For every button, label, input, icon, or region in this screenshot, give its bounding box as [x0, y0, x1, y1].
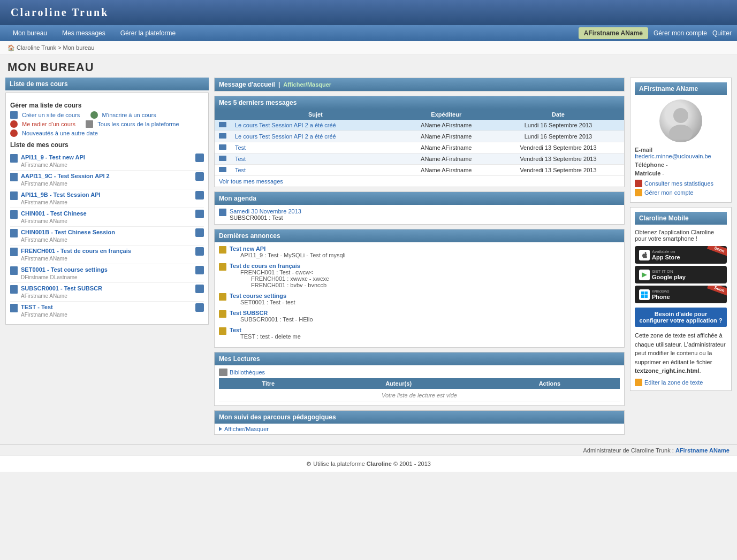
course-title-1[interactable]: AAPI11_9C - Test Session API 2 — [21, 173, 110, 179]
all-courses-link[interactable]: Tous les cours de la plateforme — [97, 121, 179, 127]
see-all-messages-link[interactable]: Voir tous mes messages — [219, 178, 283, 185]
course-owner-6: DFirstname DLastname — [21, 274, 78, 280]
course-title-8[interactable]: TEST - Test — [21, 304, 53, 310]
breadcrumb-claroline-trunk[interactable]: Claroline Trunk — [17, 44, 56, 51]
envelope-icon-1 — [219, 133, 226, 139]
course-item: TEST - Test AFirstname AName — [10, 302, 204, 320]
svg-point-0 — [673, 108, 688, 123]
nav-manage-account[interactable]: Gérer mon compte — [654, 29, 707, 37]
annonce-title-link-0[interactable]: Test new API — [230, 246, 265, 252]
nav-mon-bureau[interactable]: Mon bureau — [5, 25, 55, 41]
phone-row: Téléphone - — [635, 162, 727, 168]
stats-link[interactable]: Consulter mes statistiques — [635, 180, 727, 187]
edit-zone-link[interactable]: Editer la zone de texte — [635, 379, 727, 386]
create-course-row: Créer un site de cours M'inscrire à un c… — [10, 111, 204, 119]
msg-sender-2: AName AFirstname — [400, 142, 492, 154]
msg-sender-4: AName AFirstname — [400, 165, 492, 176]
msg-col-subject: Sujet — [231, 109, 400, 120]
course-action-btn-5[interactable] — [195, 247, 204, 256]
course-info-1: AAPI11_9C - Test Session API 2 AFirstnam… — [10, 172, 110, 187]
footer-powered: Utilise la plateforme — [313, 461, 367, 467]
create-course-link[interactable]: Créer un site de cours — [22, 112, 80, 118]
svg-rect-4 — [641, 291, 644, 295]
code-label: textzone_right.inc.html — [635, 367, 699, 374]
mobile-card-header: Claroline Mobile — [635, 212, 727, 225]
annonce-item: Test SUBSCR SUBSCR0001 : Test - HEllo — [219, 310, 620, 323]
course-owner-2: AFirstname AName — [21, 200, 67, 205]
app-title: Claroline Trunk — [11, 6, 726, 19]
course-title-2[interactable]: API11_9B - Test Session API — [21, 191, 101, 198]
lectures-table: Titre Auteur(s) Actions Votre liste de l… — [219, 378, 620, 402]
msg-subject-link-4[interactable]: Test — [235, 167, 246, 173]
course-title-4[interactable]: CHIN001B - Test Chinese Session — [21, 229, 115, 235]
nav-gerer-plateforme[interactable]: Gérer la plateforme — [113, 25, 183, 41]
windows-phone-badge[interactable]: Windows Phone Soon — [635, 286, 727, 303]
mobile-text: Obtenez l'application Claroline pour vot… — [635, 229, 727, 242]
messages-header: Mes 5 derniers messages — [215, 96, 624, 109]
course-action-btn-4[interactable] — [195, 228, 204, 237]
footer-admin-label: Administrateur de Claroline Trunk : — [583, 447, 675, 454]
course-action-btn-0[interactable] — [195, 154, 204, 162]
annonce-title-link-3[interactable]: Test SUBSCR — [230, 310, 268, 316]
course-action-btn-2[interactable] — [195, 191, 204, 200]
course-actions-6 — [195, 266, 204, 274]
msg-subject-link-1[interactable]: Le cours Test Session API 2 a été créé — [235, 133, 336, 140]
svg-rect-7 — [645, 295, 648, 298]
page-icon — [86, 120, 93, 128]
messages-label: Mes 5 derniers messages — [219, 99, 297, 106]
course-action-btn-3[interactable] — [195, 210, 204, 218]
bibliotheques-link[interactable]: Bibliothèques — [219, 369, 620, 376]
course-item: CHIN001B - Test Chinese Session AFirstna… — [10, 227, 204, 246]
breadcrumb-separator: > — [58, 44, 63, 51]
annonce-detail-1-1: FRENCH001 : xwwxc - xwcxc — [251, 275, 329, 282]
course-action-btn-7[interactable] — [195, 285, 204, 293]
course-action-btn-6[interactable] — [195, 266, 204, 274]
msg-subject-link-3[interactable]: Test — [235, 156, 246, 162]
annonce-item: Test course settings SET0001 : Test - te… — [219, 293, 620, 305]
msg-subject-link-0[interactable]: Le cours Test Session API 2 a été créé — [235, 122, 336, 128]
course-info-3: CHIN001 - Test Chinese AFirstname AName — [10, 210, 87, 225]
course-title-7[interactable]: SUBSCR0001 - Test SUBSCR — [21, 285, 102, 291]
annonce-title-link-4[interactable]: Test — [230, 327, 241, 333]
center-panel: Message d'accueil | Afficher/Masquer Mes… — [214, 78, 625, 439]
help-config-button[interactable]: Besoin d'aide pour configurer votre appl… — [635, 308, 727, 327]
right-panel: AFirstname AName E-mail frederic.minne@u… — [625, 78, 732, 439]
google-play-badge[interactable]: GET IT ON Google play — [635, 266, 727, 283]
agenda-icon-0 — [219, 209, 226, 216]
welcome-box: Message d'accueil | Afficher/Masquer — [214, 78, 625, 91]
course-title-0[interactable]: API11_9 - Test new API — [21, 154, 85, 160]
msg-envelope-1 — [215, 131, 231, 142]
course-title-5[interactable]: FRENCH001 - Test de cours en français — [21, 248, 131, 254]
toggle-link[interactable]: Afficher/Masquer — [283, 81, 331, 88]
inscribe-link[interactable]: M'inscrire à un cours — [102, 112, 156, 118]
left-section-header: Liste de mes cours — [5, 78, 209, 90]
radier-link[interactable]: Me radier d'un cours — [22, 121, 75, 127]
annonce-title-link-2[interactable]: Test course settings — [230, 293, 286, 299]
msg-subject-4: Test — [231, 165, 400, 176]
course-action-btn-8[interactable] — [195, 303, 204, 312]
course-title-6[interactable]: SET0001 - Test course settings — [21, 266, 108, 273]
suivi-toggle-link[interactable]: Afficher/Masquer — [219, 426, 620, 432]
course-item: AAPI11_9C - Test Session API 2 AFirstnam… — [10, 171, 204, 189]
email-value[interactable]: frederic.minne@uclouvain.be — [635, 153, 711, 159]
course-info-4: CHIN001B - Test Chinese Session AFirstna… — [10, 228, 115, 243]
nav-quit[interactable]: Quitter — [712, 29, 732, 37]
account-link[interactable]: Gérer mon compte — [635, 189, 727, 196]
nav-mes-messages[interactable]: Mes messages — [55, 25, 113, 41]
edit-icon — [635, 189, 642, 196]
footer-admin-name[interactable]: AFirstname AName — [675, 447, 730, 454]
app-store-badge[interactable]: Available on App Store Soon — [635, 246, 727, 264]
messages-table: Sujet Expéditeur Date Le cours Test Sess… — [215, 109, 624, 176]
msg-subject-link-2[interactable]: Test — [235, 144, 246, 151]
course-actions-2 — [195, 191, 204, 200]
msg-sender-0: AName AFirstname — [400, 120, 492, 131]
course-title-3[interactable]: CHIN001 - Test Chinese — [21, 210, 87, 217]
course-icon-4 — [10, 229, 18, 237]
course-action-btn-1[interactable] — [195, 172, 204, 181]
annonce-title-link-1[interactable]: Test de cours en français — [230, 263, 300, 269]
agenda-date-link-0[interactable]: Samedi 30 Novembre 2013 — [230, 208, 301, 214]
lectures-label: Mes Lectures — [219, 355, 260, 363]
user-card-header: AFirstname AName — [635, 82, 727, 95]
course-item: FRENCH001 - Test de cours en français AF… — [10, 246, 204, 264]
news-link[interactable]: Nouveautés à une autre date — [22, 130, 98, 136]
